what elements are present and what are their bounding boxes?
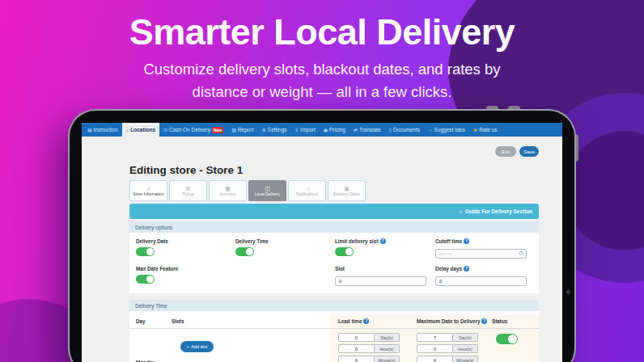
exit-button[interactable]: Exit (495, 146, 516, 157)
tab-inventory[interactable]: ▦Inventory (209, 180, 247, 201)
nav-item-report[interactable]: ▥Report (227, 123, 257, 137)
gear-icon: ⚙ (261, 127, 265, 133)
delivery-time-table: Day Slots Lead time? Maximum Date to Del… (129, 311, 539, 362)
field-delay-days: Delay days? (435, 266, 532, 286)
pricing-icon: ◉ (324, 127, 328, 133)
hero-title: Smarter Local Delivery (0, 11, 644, 53)
megaphone-icon: ◁ (305, 186, 309, 192)
delivery-options-header: Delivery options (129, 221, 539, 233)
nav-item-translate[interactable]: ⇄Translate (350, 123, 385, 137)
help-icon[interactable]: ? (464, 238, 469, 244)
nav-item-cash-on-delivery[interactable]: ⊙Cash On DeliveryNew (159, 123, 227, 137)
lead-minutes-input[interactable] (338, 356, 375, 362)
field-limit-delivery-slot: Limit delivery slot? (335, 238, 435, 259)
star-icon: ★ (473, 127, 477, 133)
plus-icon: + (187, 344, 189, 349)
day-label: Monday (129, 329, 172, 362)
delay-days-input[interactable] (435, 276, 527, 286)
max-date-inputs: Day(s) Hour(s) Minute(s) (409, 329, 492, 362)
delivery-time-toggle[interactable] (235, 247, 254, 256)
new-badge: New (212, 127, 223, 133)
inventory-icon: ▦ (225, 186, 231, 192)
translate-icon: ⇄ (354, 127, 358, 133)
field-delivery-time: Delivery Time (235, 238, 335, 259)
table-header-row: Day Slots Lead time? Maximum Date to Del… (129, 315, 539, 329)
cutoff-time-input[interactable] (435, 249, 527, 259)
lead-days-input[interactable] (338, 333, 375, 342)
tablet-bezel: ▤Instruction ⌂Locations ⊙Cash On Deliver… (70, 111, 574, 362)
field-max-date-feature: Max Date Feature (136, 266, 235, 286)
field-slot: Slot (335, 266, 435, 286)
nav-item-import[interactable]: ⇩Import (290, 123, 319, 137)
add-slot-button[interactable]: +Add slot (180, 341, 214, 352)
documents-icon: ▯ (389, 127, 392, 133)
delivery-date-toggle[interactable] (136, 247, 155, 256)
local-delivery-panel: ☼Guide For Delivery Section Delivery opt… (129, 204, 539, 362)
top-navbar: ▤Instruction ⌂Locations ⊙Cash On Deliver… (82, 123, 562, 137)
delivery-options-body: Delivery Date Delivery Time Limit delive… (129, 233, 539, 293)
home-icon: ⌂ (146, 186, 150, 192)
help-icon[interactable]: ? (481, 318, 487, 324)
nav-item-pricing[interactable]: ◉Pricing (320, 123, 350, 137)
tab-store-information[interactable]: ⌂Store Information (129, 180, 167, 201)
pickup-icon: ⊞ (186, 186, 191, 192)
instruction-icon: ▤ (87, 127, 92, 133)
max-hours-input[interactable] (417, 344, 453, 353)
page-title: Editing store - Store 1 (129, 164, 243, 176)
help-icon[interactable]: ? (464, 266, 469, 272)
nav-item-settings[interactable]: ⚙Settings (257, 123, 290, 137)
nav-item-locations[interactable]: ⌂Locations (122, 123, 159, 137)
help-icon[interactable]: ? (363, 318, 369, 324)
nav-item-rate-us[interactable]: ★Rate us (469, 123, 502, 137)
store-tabs: ⌂Store Information ⊞Pickup ▦Inventory ◫L… (129, 180, 366, 201)
hero-subtitle: Customize delivery slots, blackout dates… (0, 58, 644, 103)
field-cutoff-time: Cutoff time? ◷ (435, 238, 532, 259)
tablet-frame: ▤Instruction ⌂Locations ⊙Cash On Deliver… (68, 109, 576, 362)
help-icon[interactable]: ? (380, 238, 386, 244)
table-row-monday: Monday +Add slot Day(s) Hour(s) Minute(s… (129, 329, 539, 362)
max-days-input[interactable] (417, 333, 453, 342)
monday-status-toggle[interactable] (496, 334, 518, 344)
calendar-icon: ▣ (344, 186, 350, 192)
nav-item-instruction[interactable]: ▤Instruction (83, 123, 122, 137)
marketing-banner: Smarter Local Delivery Customize deliver… (0, 0, 644, 362)
bulb-icon: ☼ (458, 208, 463, 214)
nav-item-suggest-idea[interactable]: ☼Suggest Idea (424, 123, 469, 137)
guide-banner[interactable]: ☼Guide For Delivery Section (129, 204, 539, 219)
app-screen: ▤Instruction ⌂Locations ⊙Cash On Deliver… (82, 123, 562, 362)
idea-icon: ☼ (428, 128, 433, 133)
tab-local-delivery[interactable]: ◫Local Delivery (248, 180, 286, 201)
limit-delivery-slot-toggle[interactable] (335, 247, 354, 256)
tab-notifications[interactable]: ◁Notifications (288, 180, 326, 201)
max-minutes-input[interactable] (417, 356, 453, 362)
lead-hours-input[interactable] (338, 344, 375, 353)
hero-text: Smarter Local Delivery Customize deliver… (0, 11, 644, 103)
tab-blackout-dates[interactable]: ▣Blackout Dates (328, 180, 366, 201)
field-delivery-date: Delivery Date (136, 238, 235, 259)
slot-input[interactable] (335, 276, 426, 286)
tablet-camera (566, 290, 570, 294)
tab-pickup[interactable]: ⊞Pickup (169, 180, 207, 201)
truck-icon: ◫ (265, 186, 270, 192)
nav-item-documents[interactable]: ▯Documents (385, 123, 424, 137)
store-icon: ⌂ (126, 128, 129, 133)
clock-icon: ◷ (519, 250, 523, 256)
import-icon: ⇩ (294, 127, 299, 133)
report-icon: ▥ (231, 127, 236, 133)
cash-icon: ⊙ (163, 127, 167, 133)
save-button[interactable]: Save (519, 146, 539, 157)
max-date-feature-toggle[interactable] (136, 275, 155, 284)
lead-time-inputs: Day(s) Hour(s) Minute(s) (330, 329, 409, 362)
delivery-time-header: Delivery Time (129, 300, 539, 311)
